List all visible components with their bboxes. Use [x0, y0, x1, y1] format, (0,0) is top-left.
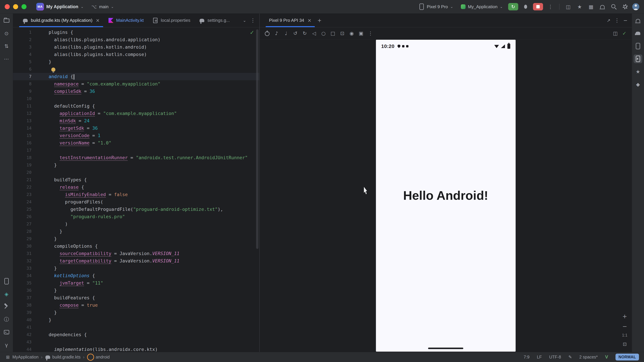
project-icon[interactable] [2, 16, 11, 25]
line-number[interactable]: 39 [13, 309, 38, 316]
snapshots-icon[interactable]: ▣ [357, 29, 365, 37]
code-line[interactable]: 40} [13, 316, 259, 324]
hide-panel-icon[interactable]: − [622, 17, 629, 24]
problems-icon[interactable]: ⓘ [2, 315, 11, 324]
code-line[interactable]: 10 [13, 95, 259, 102]
code-line[interactable]: 30 compileOptions { [13, 243, 259, 250]
line-number[interactable]: 35 [13, 279, 38, 287]
commit-icon[interactable]: ⊙ [2, 29, 11, 38]
ideavim-icon[interactable]: V [605, 355, 608, 360]
gemini-icon[interactable]: ★ [575, 2, 584, 11]
line-number[interactable]: 37 [13, 294, 38, 302]
live-edit-check-icon[interactable]: ✓ [621, 30, 628, 37]
line-number[interactable]: 1 [13, 29, 38, 36]
debug-button[interactable] [521, 2, 530, 11]
code-line[interactable]: 17 [13, 147, 259, 154]
line-number[interactable]: 22 [13, 184, 38, 191]
zoom-in-button[interactable]: + [621, 313, 628, 320]
screenshot-icon[interactable]: ⊡ [338, 29, 346, 37]
more-tool-windows-icon[interactable]: ⋯ [2, 54, 11, 63]
line-number[interactable]: 18 [13, 154, 38, 161]
code-line[interactable]: 35 jvmTarget = "11" [13, 279, 259, 287]
code-line[interactable]: 9 compileSdk = 36 [13, 88, 259, 95]
line-number[interactable]: 38 [13, 302, 38, 309]
line-number[interactable]: 34 [13, 272, 38, 279]
line-number[interactable]: 43 [13, 338, 38, 346]
line-number[interactable]: 25 [13, 206, 38, 213]
gesture-navigation-bar[interactable] [428, 348, 464, 349]
code-line[interactable]: 27 ) [13, 220, 259, 228]
breadcrumb-item[interactable]: ⊞MyApplication [5, 354, 38, 360]
zoom-to-fit-button[interactable]: ⊡ [621, 341, 628, 348]
code-line[interactable]: 34 kotlinOptions { [13, 272, 259, 279]
device-screen[interactable]: 10:20 Hello Android! [376, 40, 516, 352]
line-number[interactable]: 21 [13, 176, 38, 184]
line-number[interactable]: 16 [13, 139, 38, 147]
version-control-icon[interactable]: γ [2, 341, 11, 349]
tool-windows-icon[interactable]: ▦ [587, 2, 595, 11]
line-number[interactable]: 11 [13, 102, 38, 110]
code-line[interactable]: 44 implementation(libs.androidx.core.ktx… [13, 346, 259, 352]
terminal-icon[interactable] [2, 328, 11, 337]
display-mode-icon[interactable]: ◫ [612, 30, 619, 37]
line-number[interactable]: 30 [13, 243, 38, 250]
app-quality-insights-icon[interactable]: ◈ [2, 290, 11, 298]
gradle-icon[interactable] [634, 29, 642, 38]
device-manager-icon[interactable] [634, 42, 642, 50]
project-selector[interactable]: MA My Application ⌄ [34, 1, 86, 12]
search-everywhere-icon[interactable] [610, 2, 618, 11]
vim-mode-badge[interactable]: NORMAL [616, 354, 639, 361]
code-line[interactable]: 39 } [13, 309, 259, 316]
code-line[interactable]: 1plugins { [13, 29, 259, 36]
code-line[interactable]: 12 applicationId = "com.example.myapplic… [13, 110, 259, 117]
code-line[interactable]: 19 } [13, 161, 259, 169]
settings-icon[interactable] [621, 2, 630, 11]
line-number[interactable]: 28 [13, 228, 38, 235]
code-line[interactable]: 33 } [13, 265, 259, 272]
line-number[interactable]: 15 [13, 132, 38, 139]
line-number[interactable]: 4 [13, 51, 38, 58]
notifications-icon[interactable] [634, 16, 642, 25]
build-icon[interactable] [2, 302, 11, 311]
close-tab-icon[interactable]: × [308, 17, 312, 23]
home-icon[interactable]: ○ [320, 29, 327, 37]
code-line[interactable]: 4 alias(libs.plugins.kotlin.compose) [13, 51, 259, 58]
code-line[interactable]: 6 [13, 65, 259, 73]
code-line[interactable]: 24 proguardFiles( [13, 198, 259, 206]
code-line[interactable]: 3 alias(libs.plugins.kotlin.android) [13, 43, 259, 51]
breadcrumb-item[interactable]: android [87, 354, 110, 361]
running-devices-icon[interactable] [634, 54, 642, 63]
device-explorer-icon[interactable] [2, 277, 11, 286]
code-line[interactable]: 21 buildTypes { [13, 176, 259, 184]
open-in-window-icon[interactable]: ↗ [605, 17, 612, 24]
line-number[interactable]: 19 [13, 161, 38, 169]
code-line[interactable]: 29 } [13, 235, 259, 243]
code-line[interactable]: 42dependencies { [13, 331, 259, 338]
read-write-toggle-icon[interactable]: ✎ [568, 355, 572, 360]
code-line[interactable]: 7android { [13, 73, 259, 80]
line-number[interactable]: 6 [13, 65, 38, 73]
gemini-icon[interactable]: ★ [634, 67, 642, 76]
rerun-button[interactable]: ↻ [508, 3, 518, 10]
code-line[interactable]: 18 testInstrumentationRunner = "androidx… [13, 154, 259, 161]
line-number[interactable]: 8 [13, 80, 38, 88]
screen-record-icon[interactable]: ◉ [348, 29, 356, 37]
volume-up-icon[interactable]: ♪ [273, 29, 280, 37]
line-number[interactable]: 5 [13, 58, 38, 65]
line-number[interactable]: 13 [13, 117, 38, 124]
line-number[interactable]: 3 [13, 43, 38, 51]
code-line[interactable]: 13 minSdk = 24 [13, 117, 259, 124]
code-line[interactable]: 2 alias(libs.plugins.android.application… [13, 36, 259, 43]
panel-options-icon[interactable]: ⋮ [614, 17, 620, 24]
code-line[interactable]: 20 [13, 169, 259, 176]
line-number[interactable]: 31 [13, 250, 38, 257]
line-number[interactable]: 32 [13, 257, 38, 265]
code-line[interactable]: 14 targetSdk = 36 [13, 124, 259, 132]
overview-icon[interactable]: □ [329, 29, 337, 37]
code-line[interactable]: 38 compose = true [13, 302, 259, 309]
line-number[interactable]: 7 [13, 73, 38, 80]
pull-requests-icon[interactable]: ⇅ [2, 42, 11, 50]
breadcrumb-item[interactable]: build.gradle.kts [45, 354, 80, 360]
editor-tab[interactable]: build.gradle.kts (My Application)× [18, 13, 104, 27]
close-tab-icon[interactable]: × [96, 17, 100, 23]
